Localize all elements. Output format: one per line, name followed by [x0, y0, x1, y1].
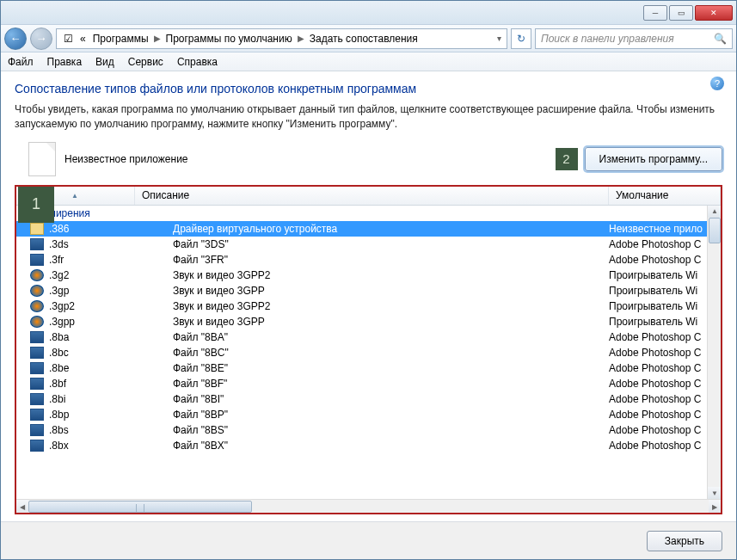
table-row[interactable]: .3g2Звук и видео 3GPP2Проигрыватель Wi — [16, 268, 721, 283]
menu-help[interactable]: Справка — [177, 56, 218, 68]
group-header: Расширения — [16, 206, 721, 221]
menu-service[interactable]: Сервис — [128, 56, 163, 68]
chevron-down-icon[interactable]: ▾ — [495, 34, 503, 43]
menu-view[interactable]: Вид — [95, 56, 114, 68]
ps-icon — [30, 347, 44, 359]
table-row[interactable]: .8bsФайл "8BS"Adobe Photoshop C — [16, 422, 721, 438]
table-row[interactable]: .3gp2Звук и видео 3GPP2Проигрыватель Wi — [16, 298, 721, 314]
back-button[interactable]: ← — [4, 28, 27, 50]
table-row[interactable]: .8bfФайл "8BF"Adobe Photoshop C — [16, 376, 721, 391]
row-description: Звук и видео 3GPP2 — [149, 269, 609, 281]
row-extension: .3g2 — [49, 269, 149, 281]
table-row[interactable]: .3gpЗвук и видео 3GPPПроигрыватель Wi — [16, 283, 721, 298]
row-extension: .3gp — [49, 285, 149, 297]
help-icon[interactable]: ? — [710, 77, 724, 90]
wmp-icon — [30, 269, 44, 281]
table-row[interactable]: .8biФайл "8BI"Adobe Photoshop C — [16, 391, 721, 407]
table-row[interactable]: .8baФайл "8BA"Adobe Photoshop C — [16, 329, 721, 345]
row-description: Файл "8BC" — [149, 347, 609, 359]
scroll-thumb-h[interactable] — [28, 501, 252, 513]
menu-file[interactable]: Файл — [8, 56, 34, 68]
breadcrumb-item-0[interactable]: Программы — [89, 33, 152, 45]
change-program-button[interactable]: Изменить программу... — [585, 147, 722, 171]
page-title: Сопоставление типов файлов или протоколо… — [15, 82, 722, 95]
close-window-button[interactable]: ✕ — [695, 5, 733, 21]
close-button[interactable]: Закрыть — [647, 531, 722, 551]
column-default[interactable]: Умолчание — [609, 187, 721, 205]
scroll-down-icon[interactable]: ▼ — [708, 487, 721, 499]
row-description: Файл "8BS" — [149, 424, 609, 436]
row-default: Adobe Photoshop C — [609, 424, 721, 436]
minimize-button[interactable]: ─ — [643, 5, 667, 21]
table-header: ▲ Описание Умолчание — [16, 187, 721, 206]
folder-icon — [30, 223, 44, 235]
wmp-icon — [30, 300, 44, 312]
table-body: Расширения .386Драйвер виртуального устр… — [16, 206, 721, 499]
breadcrumb-item-2[interactable]: Задать сопоставления — [306, 33, 421, 45]
ps-icon — [30, 331, 44, 343]
breadcrumb[interactable]: ☑ « Программы ▶ Программы по умолчанию ▶… — [56, 28, 507, 49]
menu-edit[interactable]: Правка — [47, 56, 83, 68]
wmp-icon — [30, 316, 44, 328]
table-row[interactable]: .8bxФайл "8BX"Adobe Photoshop C — [16, 438, 721, 453]
navbar: ← → ☑ « Программы ▶ Программы по умолчан… — [1, 25, 736, 52]
row-extension: .8bx — [49, 440, 149, 452]
scroll-up-icon[interactable]: ▲ — [708, 206, 721, 218]
row-extension: .8bi — [49, 393, 149, 405]
forward-button[interactable]: → — [30, 28, 52, 50]
row-extension: .386 — [49, 223, 149, 235]
file-types-table: 1 ▲ Описание Умолчание Расширения .386Др… — [15, 185, 722, 514]
ps-icon — [30, 378, 44, 390]
table-row[interactable]: .8beФайл "8BE"Adobe Photoshop C — [16, 360, 721, 376]
wmp-icon — [30, 285, 44, 297]
page-subtext: Чтобы увидеть, какая программа по умолча… — [15, 102, 722, 132]
breadcrumb-prefix: « — [77, 33, 89, 45]
row-description: Файл "3FR" — [149, 254, 609, 266]
table-row[interactable]: .8bpФайл "8BP"Adobe Photoshop C — [16, 407, 721, 422]
row-default: Adobe Photoshop C — [609, 409, 721, 421]
row-description: Файл "8BP" — [149, 409, 609, 421]
ps-icon — [30, 424, 44, 436]
vertical-scrollbar[interactable]: ▲ ▼ — [707, 206, 721, 499]
ps-icon — [30, 254, 44, 266]
table-row[interactable]: .3gppЗвук и видео 3GPPПроигрыватель Wi — [16, 314, 721, 329]
row-extension: .3ds — [49, 238, 149, 250]
row-default: Adobe Photoshop C — [609, 331, 721, 343]
window: ─ ▭ ✕ ← → ☑ « Программы ▶ Программы по у… — [0, 0, 737, 560]
row-extension: .8bs — [49, 424, 149, 436]
horizontal-scrollbar[interactable]: ◀ ▶ — [16, 499, 721, 513]
column-description[interactable]: Описание — [135, 187, 609, 205]
ps-icon — [30, 238, 44, 250]
refresh-button[interactable]: ↻ — [511, 28, 531, 49]
table-row[interactable]: .8bcФайл "8BC"Adobe Photoshop C — [16, 345, 721, 360]
search-placeholder: Поиск в панели управления — [541, 33, 674, 45]
table-row[interactable]: .386Драйвер виртуального устройстваНеизв… — [16, 221, 721, 237]
callout-1: 1 — [18, 187, 54, 223]
file-icon — [28, 142, 56, 176]
chevron-right-icon: ▶ — [152, 34, 163, 43]
row-default: Adobe Photoshop C — [609, 440, 721, 452]
titlebar: ─ ▭ ✕ — [1, 1, 736, 25]
row-extension: .3gpp — [49, 316, 149, 328]
maximize-button[interactable]: ▭ — [669, 5, 693, 21]
search-input[interactable]: Поиск в панели управления 🔍 — [535, 28, 733, 49]
breadcrumb-icon[interactable]: ☑ — [60, 33, 77, 45]
chevron-right-icon: ▶ — [296, 34, 306, 43]
row-extension: .3fr — [49, 254, 149, 266]
table-row[interactable]: .3frФайл "3FR"Adobe Photoshop C — [16, 252, 721, 268]
scroll-thumb[interactable] — [709, 218, 721, 243]
row-extension: .8bf — [49, 378, 149, 390]
row-default: Проигрыватель Wi — [609, 316, 721, 328]
row-description: Звук и видео 3GPP2 — [149, 300, 609, 312]
ps-icon — [30, 440, 44, 452]
row-description: Файл "8BF" — [149, 378, 609, 390]
search-icon[interactable]: 🔍 — [714, 33, 727, 45]
table-row[interactable]: .3dsФайл "3DS"Adobe Photoshop C — [16, 237, 721, 252]
scroll-left-icon[interactable]: ◀ — [16, 500, 28, 514]
row-default: Adobe Photoshop C — [609, 378, 721, 390]
row-default: Проигрыватель Wi — [609, 285, 721, 297]
scroll-right-icon[interactable]: ▶ — [709, 500, 721, 514]
row-default: Adobe Photoshop C — [609, 347, 721, 359]
breadcrumb-item-1[interactable]: Программы по умолчанию — [163, 33, 296, 45]
row-description: Файл "8BA" — [149, 331, 609, 343]
